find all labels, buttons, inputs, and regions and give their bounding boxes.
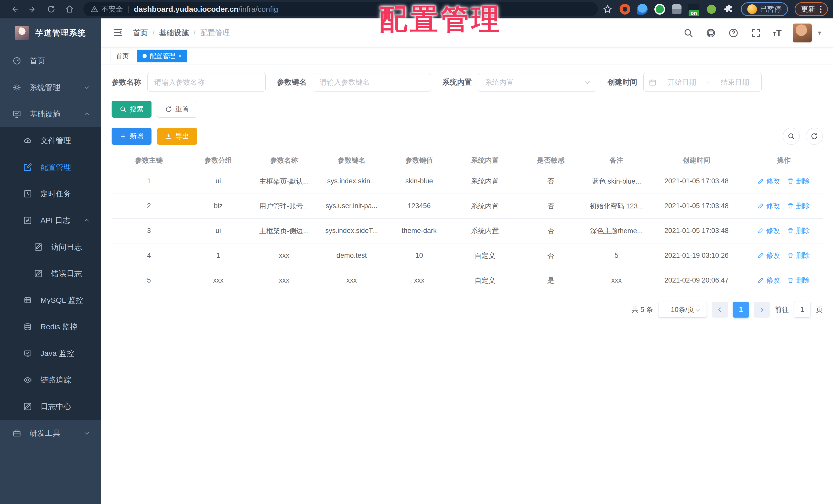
- goto-label: 前往: [775, 305, 789, 314]
- bookmark-star-icon[interactable]: [602, 4, 613, 15]
- home-icon[interactable]: [64, 4, 75, 15]
- cell-create-time: 2021-01-19 03:10:26: [648, 243, 744, 268]
- reset-button[interactable]: 重置: [157, 101, 197, 118]
- modify-link[interactable]: 修改: [758, 276, 780, 285]
- sidebar-item-redis-monitor[interactable]: Redis 监控: [0, 313, 101, 340]
- sidebar-item-label: 日志中心: [41, 401, 71, 412]
- breadcrumb: 首页 / 基础设施 / 配置管理: [133, 28, 230, 38]
- modify-link[interactable]: 修改: [758, 201, 780, 210]
- sidebar-item-system[interactable]: 系统管理: [0, 74, 101, 101]
- sidebar-item-dev-tools[interactable]: 研发工具: [0, 420, 101, 447]
- create-time-label: 创建时间: [608, 77, 637, 87]
- cell-actions: 修改删除: [744, 268, 823, 293]
- cell-param-name: 主框架页-侧边...: [250, 218, 318, 243]
- fullscreen-icon[interactable]: [750, 27, 762, 39]
- sidebar-item-error-log[interactable]: 错误日志: [0, 260, 101, 287]
- forward-icon[interactable]: [27, 4, 39, 15]
- delete-link[interactable]: 删除: [787, 226, 810, 235]
- sidebar-item-tracing[interactable]: 链路追踪: [0, 367, 101, 393]
- browser-menu-icon[interactable]: [820, 6, 822, 13]
- extension-orange-icon[interactable]: [620, 4, 630, 15]
- help-icon[interactable]: [728, 27, 739, 39]
- sidebar-collapse-icon[interactable]: [113, 27, 124, 39]
- sidebar-item-api-log[interactable]: API 日志: [0, 207, 101, 234]
- active-tab-dot: [143, 54, 147, 58]
- cell-param-group: ui: [186, 169, 250, 194]
- reload-icon[interactable]: [46, 4, 57, 15]
- back-icon[interactable]: [9, 4, 20, 15]
- sidebar-item-mysql-monitor[interactable]: MySQL 监控: [0, 287, 101, 313]
- extension-green-icon[interactable]: [654, 4, 665, 15]
- extension-gray-icon[interactable]: [672, 4, 682, 14]
- update-browser-button[interactable]: 更新: [794, 2, 828, 16]
- delete-link[interactable]: 删除: [787, 201, 810, 210]
- delete-link[interactable]: 删除: [787, 251, 810, 260]
- column-header: 参数键名: [318, 152, 385, 169]
- system-builtin-select[interactable]: [478, 73, 596, 92]
- sidebar-item-label: 研发工具: [30, 428, 61, 438]
- cell-param-key: xxx: [318, 268, 385, 293]
- next-page-button[interactable]: [754, 302, 770, 318]
- date-range-picker[interactable]: 开始日期 - 结束日期: [643, 73, 762, 92]
- page-size-select[interactable]: 10条/页: [658, 302, 707, 318]
- cell-actions: 修改删除: [744, 218, 823, 243]
- sidebar-item-label: 链路追踪: [41, 375, 71, 385]
- user-menu-caret-icon[interactable]: ▾: [818, 29, 821, 37]
- close-tab-icon[interactable]: ×: [178, 52, 182, 59]
- breadcrumb-home[interactable]: 首页: [133, 28, 148, 38]
- total-count: 共 5 条: [632, 305, 653, 314]
- delete-link[interactable]: 删除: [787, 276, 810, 285]
- sidebar-item-java-monitor[interactable]: Java 监控: [0, 340, 101, 367]
- refresh-table-button[interactable]: [806, 128, 823, 145]
- extension-pin-icon[interactable]: [637, 4, 648, 15]
- extensions-puzzle-icon[interactable]: [723, 4, 734, 15]
- modify-link[interactable]: 修改: [758, 251, 780, 260]
- param-key-input[interactable]: [313, 73, 431, 92]
- goto-page-input[interactable]: [794, 302, 811, 318]
- prev-page-button[interactable]: [712, 302, 728, 318]
- search-button[interactable]: 搜索: [112, 101, 151, 118]
- paused-extension-chip[interactable]: 已暂停: [741, 2, 788, 16]
- column-header: 参数键值: [385, 152, 453, 169]
- breadcrumb-infrastructure[interactable]: 基础设施: [159, 28, 189, 38]
- export-button[interactable]: 导出: [157, 128, 197, 145]
- sidebar-item-label: 配置管理: [41, 162, 71, 173]
- cell-remark: 初始化密码 123...: [585, 194, 648, 218]
- add-button[interactable]: 新增: [112, 128, 151, 145]
- url-text[interactable]: dashboard.yudao.iocoder.cn/infra/config: [134, 5, 278, 14]
- search-icon[interactable]: [683, 27, 694, 39]
- toggle-search-button[interactable]: [783, 128, 800, 145]
- sidebar-item-home[interactable]: 首页: [0, 48, 101, 74]
- font-size-icon[interactable]: TT: [773, 28, 782, 38]
- delete-link[interactable]: 删除: [787, 176, 810, 186]
- extension-on-icon[interactable]: on: [688, 4, 699, 15]
- sidebar-item-file-manage[interactable]: 文件管理: [0, 127, 101, 154]
- sidebar-item-config-manage[interactable]: 配置管理: [0, 154, 101, 180]
- security-label[interactable]: 不安全: [101, 4, 123, 14]
- user-avatar[interactable]: [793, 24, 812, 43]
- sidebar-menu: 首页 系统管理 基础设施 文件管理 配置管理: [0, 48, 101, 447]
- address-bar[interactable]: 不安全 | dashboard.yudao.iocoder.cn/infra/c…: [84, 2, 598, 16]
- extension-leaf-icon[interactable]: [706, 4, 717, 15]
- chevron-down-icon: [84, 430, 90, 436]
- system-builtin-label: 系统内置: [442, 77, 472, 87]
- system-builtin-select-input[interactable]: [478, 73, 596, 92]
- sidebar-item-cron-job[interactable]: 定时任务: [0, 180, 101, 207]
- omnibox-divider: |: [127, 5, 129, 13]
- cell-remark: 蓝色 skin-blue...: [585, 169, 648, 194]
- page-number-current[interactable]: 1: [733, 302, 749, 318]
- modify-link[interactable]: 修改: [758, 176, 780, 186]
- app-window: 芋道管理系统 首页 系统管理 基础设施 文件管理: [0, 19, 833, 504]
- tab-config-manage[interactable]: 配置管理 ×: [137, 50, 187, 62]
- tab-home[interactable]: 首页: [111, 50, 134, 62]
- date-separator: -: [707, 78, 709, 86]
- param-name-input[interactable]: [147, 73, 266, 92]
- cell-sensitive: 否: [517, 169, 585, 194]
- sidebar-item-infrastructure[interactable]: 基础设施: [0, 101, 101, 127]
- sidebar-item-log-center[interactable]: 日志中心: [0, 393, 101, 420]
- sidebar-item-access-log[interactable]: 访问日志: [0, 234, 101, 260]
- end-date-placeholder: 结束日期: [714, 77, 756, 87]
- github-icon[interactable]: [705, 27, 717, 39]
- modify-link[interactable]: 修改: [758, 226, 780, 235]
- app-logo-row[interactable]: 芋道管理系统: [0, 19, 101, 48]
